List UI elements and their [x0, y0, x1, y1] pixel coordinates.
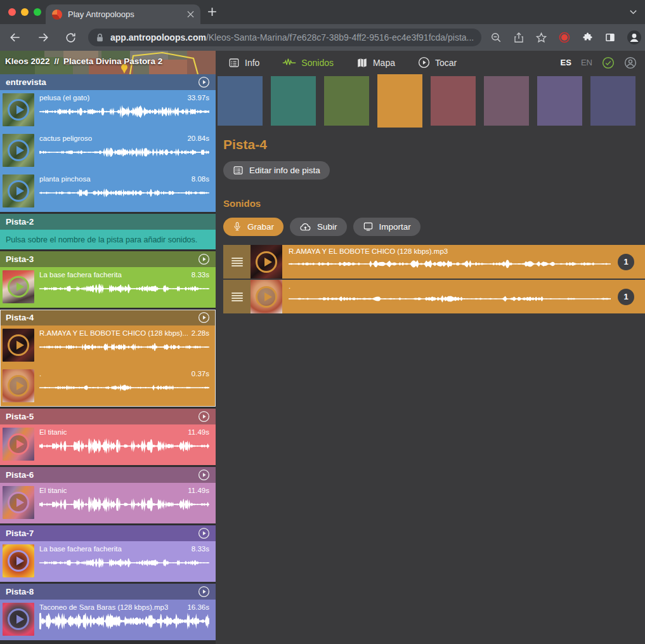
track-header-pista-6[interactable]: Pista-6	[0, 467, 216, 483]
nav-tab-tocar[interactable]: Tocar	[418, 56, 457, 69]
clip-thumbnail[interactable]	[3, 428, 34, 461]
play-clip-icon[interactable]	[8, 550, 29, 572]
url-bar[interactable]: app.antropoloops.com/Kleos-Santa-Marina/…	[88, 29, 481, 46]
track-header-pista-2[interactable]: Pista-2	[0, 214, 216, 230]
play-track-icon[interactable]	[198, 253, 210, 265]
share-icon[interactable]	[513, 32, 524, 44]
play-sound-icon[interactable]	[256, 251, 277, 273]
upload-button[interactable]: Subir	[290, 218, 347, 236]
play-clip-icon[interactable]	[8, 99, 29, 121]
sound-row-ramaya[interactable]: R.AMAYA Y EL BOBOTE CHICO (128 kbps).mp3…	[223, 245, 645, 279]
maximize-window-button[interactable]	[34, 8, 41, 16]
track-swatch-1[interactable]	[218, 76, 263, 126]
nav-tab-info[interactable]: Info	[228, 57, 259, 69]
forward-icon[interactable]	[37, 31, 49, 44]
sound-row-dot[interactable]: . 1	[223, 280, 645, 313]
play-track-icon[interactable]	[198, 411, 210, 423]
track-header-pista-7[interactable]: Pista-7	[0, 525, 216, 541]
record-button[interactable]: Grabar	[223, 218, 283, 236]
profile-avatar[interactable]	[627, 30, 642, 45]
play-clip-icon[interactable]	[8, 492, 29, 513]
clip-duration: 2.28s	[192, 329, 209, 337]
clip-thumbnail[interactable]	[3, 174, 34, 207]
browser-toolbar: app.antropoloops.com/Kleos-Santa-Marina/…	[0, 24, 645, 51]
close-tab-icon[interactable]	[187, 11, 194, 18]
clip-thumbnail[interactable]	[3, 603, 34, 636]
track-swatch-4[interactable]	[377, 74, 422, 128]
track-name: Pista-4	[6, 313, 198, 322]
clip-planta[interactable]: planta pinchosa8.08s	[0, 171, 216, 212]
zoom-out-icon[interactable]	[490, 32, 502, 44]
lang-es-toggle[interactable]: ES	[561, 58, 571, 67]
clip-thumbnail[interactable]	[3, 486, 34, 519]
record-extension-icon[interactable]	[558, 31, 571, 44]
clip-thumbnail[interactable]	[3, 544, 34, 577]
play-clip-icon[interactable]	[8, 608, 29, 630]
lang-en-toggle[interactable]: EN	[581, 58, 592, 67]
clip-duration: 8.08s	[192, 175, 209, 183]
track-swatch-7[interactable]	[537, 76, 582, 126]
bookmark-star-icon[interactable]	[535, 32, 547, 44]
clip-la-base[interactable]: La base fachera facherita8.33s	[0, 541, 216, 582]
track-swatch-8[interactable]	[590, 76, 635, 126]
sound-thumbnail[interactable]	[251, 280, 282, 313]
clip-dot[interactable]: .0.37s	[0, 366, 216, 407]
clip-thumbnail[interactable]	[3, 93, 34, 126]
nav-tab-mapa[interactable]: Mapa	[356, 57, 395, 69]
play-clip-icon[interactable]	[8, 140, 29, 161]
play-track-icon[interactable]	[198, 469, 210, 481]
play-clip-icon[interactable]	[8, 276, 29, 298]
nav-tab-sonidos[interactable]: Sonidos	[282, 58, 334, 68]
track-swatch-6[interactable]	[484, 76, 529, 126]
extensions-puzzle-icon[interactable]	[582, 32, 594, 44]
clip-thumbnail[interactable]	[3, 270, 34, 303]
play-clip-icon[interactable]	[8, 180, 29, 202]
track-swatch-3[interactable]	[324, 76, 369, 126]
play-track-icon[interactable]	[198, 312, 210, 324]
side-panel-icon[interactable]	[604, 32, 616, 43]
clip-thumbnail[interactable]	[3, 369, 34, 402]
account-icon[interactable]	[624, 56, 637, 69]
clip-pelusa[interactable]: pelusa (el gato)33.97s	[0, 90, 216, 131]
track-swatch-2[interactable]	[271, 76, 316, 126]
play-clip-icon[interactable]	[8, 334, 29, 356]
drag-handle[interactable]	[223, 280, 251, 313]
waveform	[39, 103, 209, 120]
track-header-pista-3[interactable]: Pista-3	[0, 251, 216, 267]
clip-titanic[interactable]: El titanic11.49s	[0, 483, 216, 523]
page-title: Pista-4	[223, 137, 645, 152]
map-photo-header[interactable]: Kleos 2022 // Placeta Divina Pastora 2	[0, 51, 216, 74]
track-header-pista-4[interactable]: Pista-4	[0, 310, 216, 325]
track-header-pista-8[interactable]: Pista-8	[0, 584, 216, 600]
clip-thumbnail[interactable]	[3, 134, 34, 167]
clip-la-base[interactable]: La base fachera facherita8.33s	[0, 267, 216, 308]
back-icon[interactable]	[9, 31, 22, 44]
close-window-button[interactable]	[8, 8, 16, 16]
status-check-icon[interactable]	[602, 56, 615, 69]
play-track-icon[interactable]	[198, 527, 210, 539]
track-header-entrevista[interactable]: entrevista	[0, 74, 216, 90]
track-header-pista-5[interactable]: Pista-5	[0, 409, 216, 424]
import-button[interactable]: Importar	[353, 218, 420, 236]
breadcrumb-project[interactable]: Kleos 2022	[5, 56, 50, 66]
track-swatch-5[interactable]	[431, 76, 476, 126]
play-sound-icon[interactable]	[256, 286, 277, 308]
clip-ramaya[interactable]: R.AMAYA Y EL BOBOTE CHICO (128 kbps)....…	[0, 325, 216, 366]
minimize-window-button[interactable]	[21, 8, 29, 16]
sidebar-section-pista-4: Pista-4 R.AMAYA Y EL BOBOTE CHICO (128 k…	[0, 310, 216, 407]
new-tab-button[interactable]	[207, 6, 218, 17]
clip-thumbnail[interactable]	[3, 329, 34, 362]
clip-taconeo[interactable]: Taconeo de Sara Baras (128 kbps).mp316.3…	[0, 600, 216, 640]
edit-track-info-button[interactable]: Editar info de pista	[223, 161, 330, 180]
reload-icon[interactable]	[65, 32, 77, 44]
play-clip-icon[interactable]	[8, 433, 29, 455]
browser-tab[interactable]: Play Antropoloops	[46, 4, 200, 24]
play-track-icon[interactable]	[198, 586, 210, 598]
clip-cactus[interactable]: cactus peligroso20.84s	[0, 131, 216, 171]
tab-search-chevron-icon[interactable]	[629, 8, 637, 16]
clip-titanic[interactable]: El titanic11.49s	[0, 424, 216, 465]
drag-handle[interactable]	[223, 245, 251, 279]
play-clip-icon[interactable]	[8, 375, 29, 397]
play-track-icon[interactable]	[198, 76, 210, 88]
sound-thumbnail[interactable]	[251, 245, 282, 279]
